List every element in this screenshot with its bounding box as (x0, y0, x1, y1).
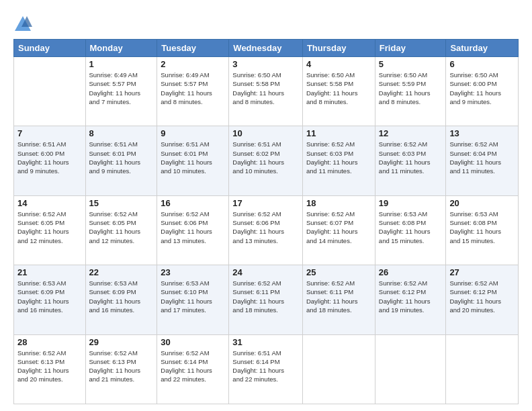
day-number: 1 (89, 59, 154, 69)
calendar-cell: 31Sunrise: 6:51 AM Sunset: 6:14 PM Dayli… (229, 334, 303, 404)
day-number: 15 (89, 198, 154, 208)
logo-icon (13, 15, 32, 34)
calendar-week-4: 21Sunrise: 6:53 AM Sunset: 6:09 PM Dayli… (14, 265, 519, 334)
calendar-week-2: 7Sunrise: 6:51 AM Sunset: 6:00 PM Daylig… (14, 126, 519, 195)
header (13, 12, 519, 34)
calendar-cell (446, 334, 519, 404)
day-info: Sunrise: 6:52 AM Sunset: 6:13 PM Dayligh… (17, 349, 82, 384)
calendar-cell (302, 334, 375, 404)
day-info: Sunrise: 6:51 AM Sunset: 6:14 PM Dayligh… (232, 349, 299, 384)
day-number: 29 (89, 337, 154, 347)
calendar-cell: 10Sunrise: 6:51 AM Sunset: 6:02 PM Dayli… (229, 126, 303, 195)
day-number: 2 (161, 59, 225, 69)
calendar-cell: 1Sunrise: 6:49 AM Sunset: 5:57 PM Daylig… (85, 57, 157, 126)
calendar-cell: 7Sunrise: 6:51 AM Sunset: 6:00 PM Daylig… (14, 126, 86, 195)
calendar-cell: 14Sunrise: 6:52 AM Sunset: 6:05 PM Dayli… (14, 195, 86, 265)
calendar-week-3: 14Sunrise: 6:52 AM Sunset: 6:05 PM Dayli… (14, 195, 519, 265)
calendar-header-sunday: Sunday (14, 40, 86, 57)
day-info: Sunrise: 6:51 AM Sunset: 6:02 PM Dayligh… (232, 140, 299, 175)
day-number: 26 (379, 267, 443, 277)
calendar-cell: 25Sunrise: 6:52 AM Sunset: 6:11 PM Dayli… (302, 265, 375, 334)
day-number: 13 (449, 128, 515, 138)
day-info: Sunrise: 6:50 AM Sunset: 6:00 PM Dayligh… (449, 71, 515, 106)
day-number: 22 (89, 267, 154, 277)
day-number: 23 (161, 267, 225, 277)
day-number: 28 (17, 337, 82, 347)
day-info: Sunrise: 6:52 AM Sunset: 6:06 PM Dayligh… (161, 210, 225, 245)
day-info: Sunrise: 6:53 AM Sunset: 6:08 PM Dayligh… (379, 210, 443, 245)
calendar-cell: 30Sunrise: 6:52 AM Sunset: 6:14 PM Dayli… (157, 334, 229, 404)
calendar-header-row: SundayMondayTuesdayWednesdayThursdayFrid… (14, 40, 519, 57)
calendar-cell: 26Sunrise: 6:52 AM Sunset: 6:12 PM Dayli… (375, 265, 446, 334)
calendar-cell: 22Sunrise: 6:53 AM Sunset: 6:09 PM Dayli… (85, 265, 157, 334)
calendar-cell: 3Sunrise: 6:50 AM Sunset: 5:58 PM Daylig… (229, 57, 303, 126)
day-info: Sunrise: 6:52 AM Sunset: 6:07 PM Dayligh… (306, 210, 371, 245)
calendar-header-monday: Monday (85, 40, 157, 57)
calendar-cell: 11Sunrise: 6:52 AM Sunset: 6:03 PM Dayli… (302, 126, 375, 195)
day-number: 4 (306, 59, 371, 69)
day-number: 3 (232, 59, 299, 69)
calendar-cell: 29Sunrise: 6:52 AM Sunset: 6:13 PM Dayli… (85, 334, 157, 404)
day-info: Sunrise: 6:52 AM Sunset: 6:06 PM Dayligh… (232, 210, 299, 245)
calendar-cell: 16Sunrise: 6:52 AM Sunset: 6:06 PM Dayli… (157, 195, 229, 265)
calendar-cell: 5Sunrise: 6:50 AM Sunset: 5:59 PM Daylig… (375, 57, 446, 126)
calendar-cell: 19Sunrise: 6:53 AM Sunset: 6:08 PM Dayli… (375, 195, 446, 265)
calendar-cell: 12Sunrise: 6:52 AM Sunset: 6:03 PM Dayli… (375, 126, 446, 195)
calendar-cell: 21Sunrise: 6:53 AM Sunset: 6:09 PM Dayli… (14, 265, 86, 334)
calendar-header-saturday: Saturday (446, 40, 519, 57)
calendar-cell: 20Sunrise: 6:53 AM Sunset: 6:08 PM Dayli… (446, 195, 519, 265)
day-info: Sunrise: 6:52 AM Sunset: 6:03 PM Dayligh… (306, 140, 371, 175)
day-info: Sunrise: 6:52 AM Sunset: 6:14 PM Dayligh… (161, 349, 225, 384)
day-info: Sunrise: 6:50 AM Sunset: 5:58 PM Dayligh… (306, 71, 371, 106)
day-number: 6 (449, 59, 515, 69)
day-info: Sunrise: 6:52 AM Sunset: 6:11 PM Dayligh… (306, 279, 371, 314)
day-info: Sunrise: 6:52 AM Sunset: 6:05 PM Dayligh… (17, 210, 82, 245)
day-number: 7 (17, 128, 82, 138)
calendar-header-tuesday: Tuesday (157, 40, 229, 57)
calendar-table: SundayMondayTuesdayWednesdayThursdayFrid… (13, 39, 519, 404)
day-number: 30 (161, 337, 225, 347)
day-info: Sunrise: 6:52 AM Sunset: 6:05 PM Dayligh… (89, 210, 154, 245)
day-info: Sunrise: 6:50 AM Sunset: 5:59 PM Dayligh… (379, 71, 443, 106)
day-number: 16 (161, 198, 225, 208)
day-number: 12 (379, 128, 443, 138)
day-info: Sunrise: 6:52 AM Sunset: 6:04 PM Dayligh… (449, 140, 515, 175)
calendar-cell: 28Sunrise: 6:52 AM Sunset: 6:13 PM Dayli… (14, 334, 86, 404)
day-info: Sunrise: 6:53 AM Sunset: 6:08 PM Dayligh… (449, 210, 515, 245)
logo (13, 15, 35, 34)
calendar-cell: 8Sunrise: 6:51 AM Sunset: 6:01 PM Daylig… (85, 126, 157, 195)
day-number: 21 (17, 267, 82, 277)
day-info: Sunrise: 6:52 AM Sunset: 6:13 PM Dayligh… (89, 349, 154, 384)
calendar-cell: 6Sunrise: 6:50 AM Sunset: 6:00 PM Daylig… (446, 57, 519, 126)
calendar-cell (14, 57, 86, 126)
calendar-cell: 27Sunrise: 6:52 AM Sunset: 6:12 PM Dayli… (446, 265, 519, 334)
day-info: Sunrise: 6:51 AM Sunset: 6:00 PM Dayligh… (17, 140, 82, 175)
day-number: 14 (17, 198, 82, 208)
calendar-header-friday: Friday (375, 40, 446, 57)
day-number: 10 (232, 128, 299, 138)
calendar-week-1: 1Sunrise: 6:49 AM Sunset: 5:57 PM Daylig… (14, 57, 519, 126)
calendar-week-5: 28Sunrise: 6:52 AM Sunset: 6:13 PM Dayli… (14, 334, 519, 404)
calendar-cell: 2Sunrise: 6:49 AM Sunset: 5:57 PM Daylig… (157, 57, 229, 126)
page: SundayMondayTuesdayWednesdayThursdayFrid… (0, 0, 532, 411)
calendar-cell: 23Sunrise: 6:53 AM Sunset: 6:10 PM Dayli… (157, 265, 229, 334)
calendar-cell: 9Sunrise: 6:51 AM Sunset: 6:01 PM Daylig… (157, 126, 229, 195)
calendar-cell: 4Sunrise: 6:50 AM Sunset: 5:58 PM Daylig… (302, 57, 375, 126)
day-number: 9 (161, 128, 225, 138)
day-number: 5 (379, 59, 443, 69)
day-info: Sunrise: 6:52 AM Sunset: 6:12 PM Dayligh… (379, 279, 443, 314)
calendar-cell: 15Sunrise: 6:52 AM Sunset: 6:05 PM Dayli… (85, 195, 157, 265)
day-number: 31 (232, 337, 299, 347)
day-info: Sunrise: 6:53 AM Sunset: 6:09 PM Dayligh… (89, 279, 154, 314)
calendar-cell: 24Sunrise: 6:52 AM Sunset: 6:11 PM Dayli… (229, 265, 303, 334)
day-info: Sunrise: 6:51 AM Sunset: 6:01 PM Dayligh… (161, 140, 225, 175)
day-info: Sunrise: 6:52 AM Sunset: 6:03 PM Dayligh… (379, 140, 443, 175)
day-info: Sunrise: 6:51 AM Sunset: 6:01 PM Dayligh… (89, 140, 154, 175)
day-number: 24 (232, 267, 299, 277)
day-info: Sunrise: 6:53 AM Sunset: 6:09 PM Dayligh… (17, 279, 82, 314)
day-info: Sunrise: 6:52 AM Sunset: 6:12 PM Dayligh… (449, 279, 515, 314)
day-info: Sunrise: 6:49 AM Sunset: 5:57 PM Dayligh… (89, 71, 154, 106)
day-info: Sunrise: 6:53 AM Sunset: 6:10 PM Dayligh… (161, 279, 225, 314)
day-number: 18 (306, 198, 371, 208)
day-number: 27 (449, 267, 515, 277)
